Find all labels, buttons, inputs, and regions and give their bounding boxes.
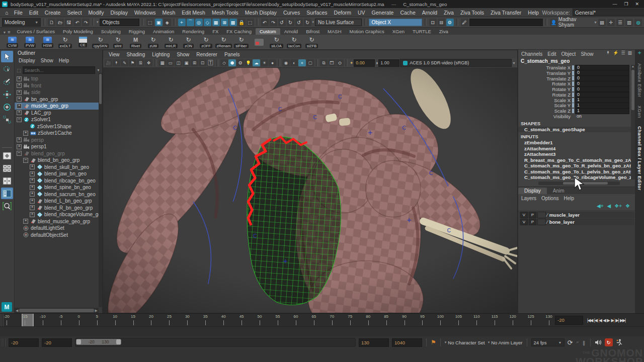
channel-value-field[interactable]: on [575, 114, 628, 119]
zoom-select-button[interactable] [1, 200, 13, 212]
channel-value-field[interactable]: 1 [575, 103, 629, 109]
rotate-tool[interactable] [1, 101, 13, 113]
chevron-down-icon[interactable]: ▼ [512, 61, 516, 65]
channel-row-translate-y[interactable]: Translate Y0 [518, 70, 635, 76]
expand-toggle-icon[interactable]: + [17, 104, 22, 109]
shelf-item-laccon[interactable]: ↻lacCon [286, 36, 302, 48]
chevron-down-icon[interactable]: ▼ [97, 68, 100, 72]
input-node-item[interactable]: C_stomach_ms_geo_To_R_pelvis_bn_geo_zAtt… [518, 163, 635, 169]
outliner-row-blend-spine-bn-geo[interactable]: +blend_spine_bn_geo [15, 184, 102, 191]
minimize-button[interactable]: — [612, 2, 617, 7]
camera-attributes-icon[interactable]: ✎ [121, 59, 128, 66]
input-node-item[interactable]: zAttachment3 [518, 151, 635, 157]
channel-row-visibility[interactable]: Visibilityon [518, 114, 635, 119]
scale-tool[interactable] [1, 114, 13, 125]
outliner-row-persp[interactable]: +persp [15, 137, 102, 144]
range-slider-track[interactable]: -20 130 [75, 338, 356, 347]
select-component-icon[interactable]: ◈ [164, 19, 171, 26]
curve-snap-2-icon[interactable]: ↺ [295, 19, 303, 26]
highlight-selection-icon[interactable]: ⬚ [247, 19, 254, 26]
outliner-row-blend-ribcagevolume-geo[interactable]: +blend_ribcageVolume_geo [15, 211, 102, 218]
command-input-field[interactable] [469, 19, 543, 26]
layout-four-pane-button[interactable] [1, 162, 13, 174]
shape-node-item[interactable]: C_stomach_ms_geoShape [518, 127, 635, 133]
range-start-handle[interactable] [76, 339, 81, 344]
shelf-item-pvw[interactable]: ≋PVW [22, 37, 38, 48]
hyperbolic-icon[interactable]: ☰ [621, 50, 625, 55]
channel-value-field[interactable]: 0 [575, 81, 629, 87]
select-camera-icon[interactable]: 🎥 [105, 59, 112, 66]
menu-ziva-tools[interactable]: Ziva Tools [457, 10, 487, 16]
expand-toggle-icon[interactable]: + [17, 137, 22, 142]
viewport-menu-renderer[interactable]: Renderer [193, 52, 221, 57]
channel-slider-strip[interactable] [572, 76, 574, 80]
viewport-menu-view[interactable]: View [105, 52, 123, 57]
shelf-tab-animation[interactable]: Animation [149, 28, 178, 35]
channel-value-field[interactable]: 0 [575, 92, 629, 98]
construction-history-icon[interactable]: ↺ [278, 19, 286, 26]
channel-value-field[interactable]: 0 [575, 65, 629, 71]
shelf-item-zutil[interactable]: ↻zUtil [145, 36, 162, 48]
select-object-icon[interactable]: ▣ [155, 19, 163, 26]
shelf-tab-turtle[interactable]: TURTLE [409, 28, 435, 35]
shelf-tab-motion-graphics[interactable]: Motion Graphics [346, 28, 388, 35]
viewport-menu-panels[interactable]: Panels [221, 52, 244, 57]
outliner-row-blend-muscle-geo-grp[interactable]: +blend_muscle_geo_grp [15, 218, 102, 225]
textured-icon[interactable]: ❂ [236, 59, 244, 66]
shelf-tab-poly-modeling[interactable]: Poly Modeling [59, 28, 97, 35]
outliner-row-bn-geo-grp[interactable]: +bn_geo_grp [15, 96, 102, 103]
shadows-icon[interactable]: ☁ [253, 59, 260, 66]
layout-single-pane-button[interactable] [1, 150, 13, 161]
channel-row-scale-x[interactable]: Scale X1 [518, 98, 635, 103]
menu-cache[interactable]: Cache [397, 10, 419, 16]
animation-end-field[interactable]: 1040 [392, 338, 422, 347]
channel-slider-strip[interactable] [572, 81, 574, 86]
chevron-down-icon[interactable]: ▾ [97, 20, 99, 24]
outliner-horizontal-scrollbar[interactable]: ◀▶ [15, 308, 99, 313]
attribute-editor-toggle-icon[interactable]: ▥ [625, 19, 633, 26]
motion-blur-icon[interactable]: ● [269, 59, 276, 66]
ipr-render-icon[interactable]: ⊟ [438, 19, 445, 26]
layer-row-muscle-layer[interactable]: VP∕muscle_layer [519, 212, 634, 218]
layer-visibility-toggle[interactable]: V [520, 219, 528, 225]
input-node-item[interactable]: R_breast_ms_geo_To_C_stomach_ms_geo_zAt.… [518, 157, 635, 163]
live-surface-field[interactable]: No Live Surface [315, 19, 362, 26]
layout-outliner-persp-button[interactable] [1, 188, 13, 199]
quick-selection-field[interactable]: Object X [369, 19, 422, 26]
grid-toggle-icon[interactable]: ▦ [158, 59, 166, 66]
exposure-field[interactable]: 0.00 [354, 59, 375, 67]
exposure-icon[interactable]: ✦ [350, 60, 353, 65]
outliner-row-blend-l-bn-geo-grp[interactable]: +blend_L_bn_geo_grp [15, 198, 102, 205]
shelf-item-slfiber[interactable]: ↻slFiber [233, 36, 250, 48]
lock-camera-icon[interactable]: 🖈 [113, 59, 120, 66]
viewport-menu-shading[interactable]: Shading [123, 52, 149, 57]
outliner-row-blend-jaw-bn-geo[interactable]: +blend_jaw_bn_geo [15, 170, 102, 177]
2d-pan-zoom-icon[interactable]: ✥ [145, 59, 152, 66]
viewport-menu-lighting[interactable]: Lighting [148, 52, 173, 57]
outliner-menu-help[interactable]: Help [59, 58, 69, 64]
anim-layer-dropdown[interactable]: ▾ No Anim Layer [488, 340, 523, 345]
shelf-tab-rigging[interactable]: Rigging [125, 28, 149, 35]
menu-edit-mesh[interactable]: Edit Mesh [179, 10, 209, 16]
range-slider-range[interactable]: -20 130 [76, 339, 121, 345]
open-scene-icon[interactable]: 🗁 [56, 19, 64, 26]
speed-state-icon[interactable]: ⚡ [613, 50, 618, 55]
character-set-dropdown[interactable]: ▾ No Character Set [445, 340, 485, 345]
step-back-key-button[interactable]: |◀ [599, 318, 602, 323]
select-by-name-icon[interactable]: ⬚ [17, 68, 21, 73]
safe-title-icon[interactable]: 🅃 [207, 59, 214, 66]
snap-grid-icon[interactable]: ＋ [178, 19, 186, 26]
create-layer-from-selected-icon[interactable]: ❖ [625, 203, 630, 209]
channel-slider-strip[interactable] [572, 103, 574, 108]
snap-projected-center-icon[interactable]: ◇ [204, 19, 211, 26]
redo-icon[interactable]: ↷ [82, 19, 90, 26]
channel-row-scale-y[interactable]: Scale Y1 [518, 103, 635, 109]
menu-mesh-display[interactable]: Mesh Display [242, 10, 280, 16]
channel-box-toggle-icon[interactable]: ☰ [616, 19, 624, 26]
step-forward-key-button[interactable]: ▶| [611, 318, 614, 323]
shelf-item-zrenam[interactable]: ↻zRenam [215, 36, 232, 48]
channel-box-menu-channels[interactable]: Channels [521, 51, 542, 57]
field-chart-icon[interactable]: ⊞ [191, 59, 198, 66]
shelf-item-rivet[interactable]: MRivet [127, 36, 144, 48]
layer-playback-toggle[interactable]: P [529, 212, 536, 218]
